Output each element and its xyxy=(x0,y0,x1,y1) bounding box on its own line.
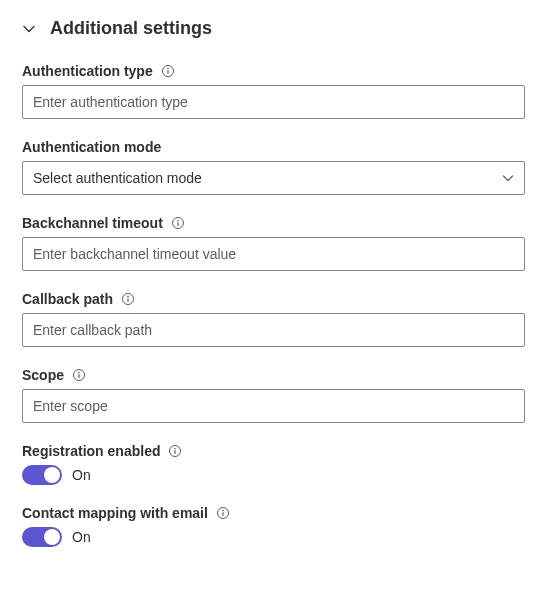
auth-type-label: Authentication type xyxy=(22,63,153,79)
info-icon[interactable] xyxy=(72,368,86,382)
field-scope: Scope xyxy=(22,367,525,423)
info-icon[interactable] xyxy=(171,216,185,230)
callback-path-label: Callback path xyxy=(22,291,113,307)
svg-point-7 xyxy=(127,296,129,298)
toggle-knob xyxy=(44,467,60,483)
label-row: Scope xyxy=(22,367,525,383)
svg-point-13 xyxy=(175,448,177,450)
scope-label: Scope xyxy=(22,367,64,383)
field-authentication-mode: Authentication mode Select authenticatio… xyxy=(22,139,525,195)
auth-mode-selected: Select authentication mode xyxy=(33,170,202,186)
field-callback-path: Callback path xyxy=(22,291,525,347)
auth-mode-select[interactable]: Select authentication mode xyxy=(22,161,525,195)
registration-enabled-state: On xyxy=(72,467,91,483)
label-row: Registration enabled xyxy=(22,443,525,459)
field-contact-mapping: Contact mapping with email On xyxy=(22,505,525,547)
callback-path-input[interactable] xyxy=(22,313,525,347)
auth-mode-label: Authentication mode xyxy=(22,139,161,155)
field-authentication-type: Authentication type xyxy=(22,63,525,119)
svg-point-1 xyxy=(167,68,169,70)
svg-rect-11 xyxy=(78,374,79,378)
label-row: Authentication type xyxy=(22,63,525,79)
svg-point-4 xyxy=(177,220,179,222)
label-row: Callback path xyxy=(22,291,525,307)
scope-input[interactable] xyxy=(22,389,525,423)
section-title: Additional settings xyxy=(50,18,212,39)
registration-enabled-toggle[interactable] xyxy=(22,465,62,485)
registration-enabled-label: Registration enabled xyxy=(22,443,160,459)
info-icon[interactable] xyxy=(216,506,230,520)
chevron-down-icon xyxy=(22,22,36,36)
field-backchannel-timeout: Backchannel timeout xyxy=(22,215,525,271)
label-row: Backchannel timeout xyxy=(22,215,525,231)
contact-mapping-label: Contact mapping with email xyxy=(22,505,208,521)
field-registration-enabled: Registration enabled On xyxy=(22,443,525,485)
section-header[interactable]: Additional settings xyxy=(22,18,525,39)
info-icon[interactable] xyxy=(161,64,175,78)
contact-mapping-toggle[interactable] xyxy=(22,527,62,547)
toggle-knob xyxy=(44,529,60,545)
label-row: Authentication mode xyxy=(22,139,525,155)
svg-rect-8 xyxy=(127,298,128,302)
svg-rect-17 xyxy=(222,512,223,516)
svg-point-10 xyxy=(78,372,80,374)
backchannel-timeout-label: Backchannel timeout xyxy=(22,215,163,231)
info-icon[interactable] xyxy=(121,292,135,306)
svg-rect-5 xyxy=(177,222,178,226)
auth-type-input[interactable] xyxy=(22,85,525,119)
label-row: Contact mapping with email xyxy=(22,505,525,521)
backchannel-timeout-input[interactable] xyxy=(22,237,525,271)
contact-mapping-state: On xyxy=(72,529,91,545)
svg-rect-14 xyxy=(175,450,176,454)
svg-rect-2 xyxy=(167,70,168,74)
svg-point-16 xyxy=(222,510,224,512)
info-icon[interactable] xyxy=(168,444,182,458)
